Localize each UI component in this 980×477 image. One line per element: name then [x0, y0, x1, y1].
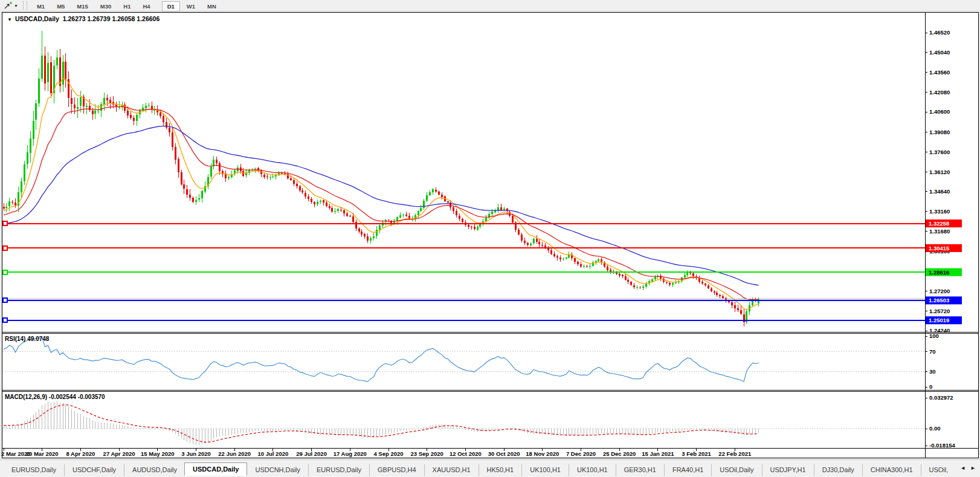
chart-tab-eurusd-daily[interactable]: EURUSD,Daily	[308, 464, 369, 476]
hline-handle[interactable]	[3, 246, 7, 250]
rsi-current-value: 49.0748	[27, 336, 49, 342]
chart-tab-dj30-daily[interactable]: DJ30,Daily	[814, 464, 862, 476]
date-axis-label: 10 Jul 2020	[258, 450, 289, 457]
date-axis-label: 15 May 2020	[141, 450, 174, 457]
macd-axis-label: -0.018154	[929, 442, 956, 449]
chart-tab-usdchf-daily[interactable]: USDCHF,Daily	[64, 464, 124, 476]
date-axis-label: 3 Feb 2021	[682, 450, 711, 457]
svg-text:1.32258: 1.32258	[929, 220, 949, 227]
chart-tabs: EURUSD,DailyUSDCHF,DailyAUDUSD,DailyUSDC…	[0, 460, 980, 476]
hline-handle[interactable]	[3, 318, 7, 322]
macd-axis-label: 0.032972	[929, 394, 953, 401]
date-axis-label: 20 Mar 2020	[26, 450, 59, 457]
chart-tab-audusd-daily[interactable]: AUDUSD,Daily	[124, 464, 185, 476]
chart-canvas: 1.465201.450401.435601.420801.406001.390…	[0, 0, 980, 477]
tab-scroll-arrows: ◄►	[958, 465, 978, 471]
svg-text:1.28616: 1.28616	[929, 269, 949, 276]
date-axis-label: 30 Oct 2020	[488, 450, 520, 457]
rsi-axis-label: 100	[929, 333, 939, 339]
price-axis-label: 1.46520	[929, 29, 950, 36]
date-axis-label: 7 Dec 2020	[566, 450, 596, 457]
svg-text:1.30415: 1.30415	[929, 245, 950, 251]
date-axis-label: 22 Jun 2020	[218, 450, 251, 457]
svg-text:1.25019: 1.25019	[929, 317, 949, 323]
tab-scroll-right-icon[interactable]: ►	[968, 464, 978, 472]
chart-tab-usoil-[interactable]: USOil,	[921, 464, 956, 476]
price-axis-label: 1.45040	[929, 49, 950, 56]
rsi-axis-label: 0	[929, 383, 932, 390]
price-axis-label: 1.40600	[929, 108, 950, 115]
chart-tab-uk100-h1[interactable]: UK100,H1	[521, 464, 569, 476]
price-axis-label: 1.34640	[929, 188, 950, 195]
macd-current-values: -0.002544 -0.003570	[49, 394, 105, 400]
date-axis-label: 22 Feb 2021	[718, 450, 752, 457]
rsi-indicator-label: RSI(14) 49.0748	[5, 336, 49, 342]
price-axis-label: 1.27200	[929, 288, 950, 294]
price-axis-label: 1.36120	[929, 169, 950, 175]
chart-tab-bar: EURUSD,DailyUSDCHF,DailyAUDUSD,DailyUSDC…	[0, 459, 980, 477]
chart-tab-usdcad-daily[interactable]: USDCAD,Daily	[184, 462, 247, 476]
date-axis-label: 12 Oct 2020	[450, 450, 482, 457]
price-badge-1.25019: 1.25019	[926, 316, 962, 324]
chart-tab-xauusd-h1[interactable]: XAUUSD,H1	[424, 464, 479, 476]
macd-indicator-label: MACD(12,26,9) -0.002544 -0.003570	[5, 394, 105, 400]
chart-tab-eurusd-daily[interactable]: EURUSD,Daily	[4, 464, 64, 476]
hline-handle[interactable]	[3, 270, 7, 274]
price-badge-1.30415: 1.30415	[926, 244, 962, 252]
price-axis-label: 1.42080	[929, 89, 950, 96]
tab-scroll-left-icon[interactable]: ◄	[958, 464, 968, 472]
price-axis-label: 1.31680	[929, 228, 950, 235]
chart-window-frame	[2, 13, 979, 458]
macd-name: MACD(12,26,9)	[5, 394, 47, 400]
chart-menu-caret[interactable]: ▼	[7, 17, 12, 22]
chart-tab-usdjpy-h1[interactable]: USDJPY,H1	[762, 464, 814, 476]
price-axis-label: 1.25720	[929, 308, 950, 314]
date-axis-label: 17 Aug 2020	[334, 450, 367, 457]
price-badge-1.32258: 1.32258	[926, 219, 962, 227]
price-axis-label: 1.43560	[929, 69, 950, 76]
hline-handle[interactable]	[3, 298, 7, 302]
chart-ohlc-values: 1.26273 1.26739 1.26058 1.26606	[63, 15, 160, 22]
rsi-axis-label: 30	[929, 368, 936, 375]
price-badge-1.28616: 1.28616	[926, 268, 962, 276]
rsi-name: RSI(14)	[5, 336, 25, 342]
price-axis-label: 1.39080	[929, 129, 950, 135]
date-axis-label: 8 Apr 2020	[66, 450, 95, 457]
chart-tab-hk50-h1[interactable]: HK50,H1	[479, 464, 522, 476]
date-axis-label: 25 Dec 2020	[603, 450, 636, 457]
price-badge-1.26503: 1.26503	[926, 296, 962, 304]
price-axis-label: 1.37600	[929, 149, 950, 155]
chart-title-line: ▼USDCAD,Daily 1.26273 1.26739 1.26058 1.…	[7, 15, 160, 22]
date-axis-label: 4 Sep 2020	[373, 450, 403, 457]
svg-text:1.26503: 1.26503	[929, 297, 949, 303]
date-axis-label: 18 Nov 2020	[526, 450, 559, 457]
macd-axis-label: 0.00	[929, 425, 941, 432]
mt4-workspace: ▼ M1M5M15M30H1H4D1W1MN 1.465201.450401.4…	[0, 0, 980, 477]
chart-tab-usoil-daily[interactable]: USOil,Daily	[711, 464, 761, 476]
chart-tab-uk100-h1[interactable]: UK100,H1	[569, 464, 616, 476]
price-axis-label: 1.33160	[929, 208, 950, 215]
chart-tab-ger30-h1[interactable]: GER30,H1	[616, 464, 664, 476]
date-axis-label: 27 Apr 2020	[103, 450, 135, 457]
date-axis-label: 23 Sep 2020	[410, 450, 443, 457]
date-axis-label: 3 Jun 2020	[181, 450, 211, 457]
chart-symbol-period: USDCAD,Daily	[15, 15, 59, 22]
rsi-axis-label: 70	[929, 348, 936, 355]
hline-handle[interactable]	[3, 221, 7, 226]
chart-tab-usdcnh-daily[interactable]: USDCNH,Daily	[247, 464, 308, 476]
date-axis-label: 29 Jul 2020	[296, 450, 327, 457]
chart-tab-china300-h1[interactable]: CHINA300,H1	[862, 464, 921, 476]
chart-tab-fra40-h1[interactable]: FRA40,H1	[664, 464, 711, 476]
chart-tab-gbpusd-h4[interactable]: GBPUSD,H4	[369, 464, 424, 476]
date-axis-label: 15 Jan 2021	[642, 450, 674, 457]
